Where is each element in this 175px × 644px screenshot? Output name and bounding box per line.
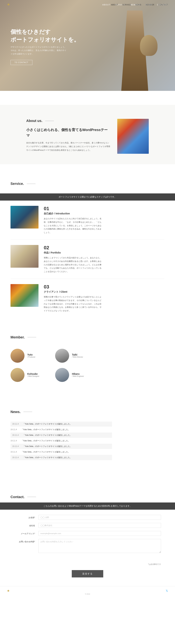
footer-nav-link[interactable]: ABOUT xyxy=(111,4,118,6)
hero-cta-button[interactable]: TO CONTACT xyxy=(11,60,32,65)
form-row-email: メールアドレス* xyxy=(14,531,161,536)
footer-nav-item[interactable]: ABOUT xyxy=(111,3,118,6)
news-date: 19.11.4 xyxy=(11,428,18,430)
news-item: 19.11.4「Yuto Seta」のポートフォリオサイトが誕生しました。 xyxy=(11,438,112,444)
member-info-4: Hikaru / Web Engineer xyxy=(72,372,84,377)
footer-logo: ★ xyxy=(7,589,10,592)
footer-social: 𝕏 xyxy=(166,589,168,592)
news-text: 「Yuto Seta」のポートフォリオサイトが誕生しました。 xyxy=(21,440,70,442)
member-item-4: Hikaru / Web Engineer xyxy=(55,368,94,382)
about-inner: About us. 小さくはじめられる、個性を育てるWordPressテーマ 自… xyxy=(16,119,159,154)
footer-nav-item[interactable]: CONTACT xyxy=(158,3,168,6)
member-item-2: Taiki / Web Director xyxy=(55,349,94,363)
member-name-2: Taiki xyxy=(72,353,83,356)
spacer-3 xyxy=(0,164,175,171)
hero-title: 個性をひきだす ポートフォリオサイトを。 xyxy=(11,28,164,44)
form-label-name: お名前* xyxy=(14,515,35,519)
footer-nav-item[interactable]: SERVICE xyxy=(122,3,131,6)
member-avatar-3 xyxy=(11,368,25,382)
member-role-1: / Producer xyxy=(27,356,35,358)
contact-section: Contact. こちらのお問い合わせよりWordPressテーマを利用するため… xyxy=(0,484,175,586)
news-date: 19.11.4 xyxy=(12,456,20,458)
form-note: *は必須事項です xyxy=(0,563,175,566)
contact-header: Contact. xyxy=(0,495,175,502)
service-header: Service. xyxy=(0,182,175,194)
spacer-5 xyxy=(0,392,175,400)
service-desc-3: 実際の仕事で受けていたクライアント企業などを紹介することによって今後も仕事の取組… xyxy=(44,295,103,312)
service-desc-2: 実際にこまでつくってきた作品の紹介をしましょう。あなたなら、あなたらしやすさのあ… xyxy=(44,256,103,274)
service-bar: ポートフォリオサイト公開までに必要なステップは3つです。 xyxy=(0,194,175,200)
member-info-1: Yuto / Producer xyxy=(27,353,35,358)
news-section: News. 19.11.4「Yuto Seta」のポートフォリオサイトが誕生しま… xyxy=(0,400,175,470)
footer-nav-links: ABOUTSERVICENEWSMEMBERCONTACT xyxy=(111,3,168,6)
news-date: 19.11.4 xyxy=(12,423,20,425)
form-input-message[interactable] xyxy=(39,539,161,553)
service-text-1: 01 自己紹介 / Introduction あなたのサイトを訪れた人たちに向け… xyxy=(44,206,103,234)
hero-section: 個性をひきだす ポートフォリオサイトを。 デザイナーにぴったりなポートフォリオサ… xyxy=(0,0,175,91)
news-text: 「Yuto Seta」のポートフォリオサイトが誕生しました。 xyxy=(21,428,70,431)
news-date: 19.11.4 xyxy=(12,434,20,436)
footer-nav-link[interactable]: CONTACT xyxy=(158,4,168,6)
footer-nav-link[interactable]: SERVICE xyxy=(122,4,131,6)
news-item: 19.11.4「Yuto Seta」のポートフォリオサイトが誕生しました。 xyxy=(11,426,112,433)
submit-button[interactable]: 送信する xyxy=(72,570,103,578)
footer-copyright: © 2019 xyxy=(7,592,168,596)
about-image xyxy=(117,119,149,154)
member-label: Member. xyxy=(11,335,164,339)
news-date: 19.11.4 xyxy=(12,445,20,447)
about-body: 自分を魅力する文章、今まで行ってくてきた作品、偉カパートナーや会社、多くの豊やか… xyxy=(26,141,110,152)
hero-subtitle: デザイナーにぴったりなポートフォリオサイトを作りましょう。 それは、作った人の個… xyxy=(11,46,67,56)
service-title-2: 作品 / Portfolio xyxy=(44,251,103,254)
footer-nav-link[interactable]: MEMBER xyxy=(146,4,154,6)
form-submit-area: 送信する xyxy=(0,568,175,586)
footer-nav-item[interactable]: NEWS xyxy=(135,3,141,6)
service-title-1: 自己紹介 / Introduction xyxy=(44,212,103,215)
contact-label: Contact. xyxy=(11,495,164,499)
member-name-3: Kohsuke xyxy=(27,372,39,375)
member-name-1: Yuto xyxy=(27,353,35,356)
news-text: 「Yuto Seta」のポートフォリオサイトが誕生しました。 xyxy=(23,456,72,459)
member-item-3: Kohsuke / Web Designer xyxy=(11,368,50,382)
member-grid: Yuto / Producer Taiki / Web Director Koh… xyxy=(0,349,105,382)
service-text-3: 03 クライアント / Client 実際の仕事で受けていたクライアント企業など… xyxy=(44,284,103,312)
member-section: Member. Yuto / Producer Taiki / Web Dire… xyxy=(0,325,175,392)
footer-nav-item[interactable]: MEMBER xyxy=(146,3,154,6)
about-section: About us. 小さくはじめられる、個性を育てるWordPressテーマ 自… xyxy=(0,105,175,164)
form-label-email: メールアドレス* xyxy=(14,531,35,535)
news-item: 19.11.4「Yuto Seta」のポートフォリオサイトが誕生しました。 xyxy=(11,449,112,455)
service-items: 01 自己紹介 / Introduction あなたのサイトを訪れた人たちに向け… xyxy=(0,200,175,318)
service-desc-1: あなたのサイトを訪れた人たちに向けて自己紹介をしましょう。名前、仕事内容を中心に… xyxy=(44,217,103,234)
service-num-3: 03 xyxy=(44,284,103,290)
contact-bar: こちらのお問い合わせよりWordPressテーマを利用するための招待URLを発行… xyxy=(0,502,175,510)
member-item-1: Yuto / Producer xyxy=(11,349,50,363)
service-image-3 xyxy=(11,284,39,307)
service-image-1 xyxy=(11,206,39,228)
member-info-3: Kohsuke / Web Designer xyxy=(27,372,39,377)
member-name-4: Hikaru xyxy=(72,372,84,375)
service-item-3: 03 クライアント / Client 実際の仕事で受けていたクライアント企業など… xyxy=(11,279,164,318)
footer: ★ ABOUTSERVICENEWSMEMBERCONTACT 𝕏 © 2019 xyxy=(0,586,175,599)
news-text: 「Yuto Seta」のポートフォリオサイトが誕生しました。 xyxy=(21,450,70,453)
spacer-7 xyxy=(0,478,175,484)
news-text: 「Yuto Seta」のポートフォリオサイトが誕生しました。 xyxy=(23,423,72,425)
form-input-name[interactable] xyxy=(39,515,161,520)
news-date: 19.11.4 xyxy=(11,451,18,453)
member-header: Member. xyxy=(0,335,175,349)
about-label: About us. xyxy=(26,119,110,123)
member-info-2: Taiki / Web Director xyxy=(72,353,83,358)
footer-inner: ★ ABOUTSERVICENEWSMEMBERCONTACT 𝕏 xyxy=(7,589,168,592)
spacer-2 xyxy=(0,98,175,105)
service-section: Service. ポートフォリオサイト公開までに必要なステップは3つです。 01… xyxy=(0,171,175,318)
news-item: 19.11.4「Yuto Seta」のポートフォリオサイトが誕生しました。 xyxy=(11,455,112,460)
form-label-company: 会社名 xyxy=(14,523,35,527)
news-text: 「Yuto Seta」のポートフォリオサイトが誕生しました。 xyxy=(23,445,72,448)
footer-nav: ABOUTSERVICENEWSMEMBERCONTACT xyxy=(0,0,175,9)
service-num-1: 01 xyxy=(44,206,103,212)
footer-nav-link[interactable]: NEWS xyxy=(135,4,141,6)
form-input-email[interactable] xyxy=(39,531,161,536)
spacer-6 xyxy=(0,470,175,478)
member-role-2: / Web Director xyxy=(72,356,83,358)
form-input-company[interactable] xyxy=(39,523,161,528)
spacer-4 xyxy=(0,318,175,325)
twitter-icon[interactable]: 𝕏 xyxy=(166,589,168,592)
